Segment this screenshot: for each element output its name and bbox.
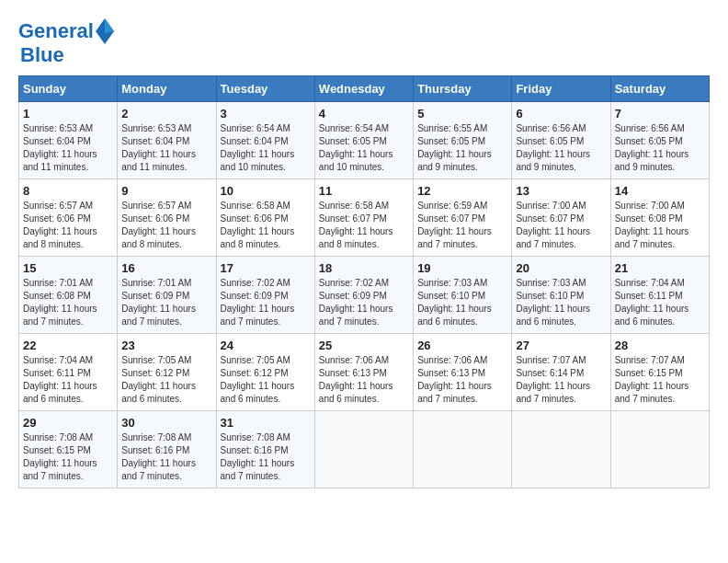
weekday-header-thursday: Thursday (414, 76, 512, 102)
day-info: Sunrise: 7:02 AM Sunset: 6:09 PM Dayligh… (319, 277, 409, 328)
day-info: Sunrise: 7:01 AM Sunset: 6:09 PM Dayligh… (121, 277, 211, 328)
weekday-header-monday: Monday (118, 76, 216, 102)
day-number: 3 (221, 107, 311, 121)
calendar-cell: 26Sunrise: 7:06 AM Sunset: 6:13 PM Dayli… (414, 334, 512, 411)
calendar-cell: 18Sunrise: 7:02 AM Sunset: 6:09 PM Dayli… (314, 257, 413, 334)
calendar-cell: 24Sunrise: 7:05 AM Sunset: 6:12 PM Dayli… (216, 334, 314, 411)
day-number: 14 (615, 184, 705, 198)
day-number: 25 (319, 339, 409, 352)
calendar-cell: 27Sunrise: 7:07 AM Sunset: 6:14 PM Dayli… (512, 334, 610, 411)
calendar-cell: 31Sunrise: 7:08 AM Sunset: 6:16 PM Dayli… (216, 411, 314, 488)
day-number: 31 (221, 416, 311, 430)
day-number: 7 (615, 107, 705, 121)
day-number: 5 (417, 107, 507, 121)
day-info: Sunrise: 7:00 AM Sunset: 6:08 PM Dayligh… (615, 200, 705, 251)
day-info: Sunrise: 7:02 AM Sunset: 6:09 PM Dayligh… (221, 277, 311, 328)
day-info: Sunrise: 7:08 AM Sunset: 6:15 PM Dayligh… (23, 431, 113, 483)
calendar-cell: 9Sunrise: 6:57 AM Sunset: 6:06 PM Daylig… (118, 179, 216, 257)
day-info: Sunrise: 6:56 AM Sunset: 6:05 PM Dayligh… (615, 122, 705, 174)
day-info: Sunrise: 6:58 AM Sunset: 6:06 PM Dayligh… (221, 200, 311, 251)
weekday-header-tuesday: Tuesday (216, 76, 314, 102)
day-info: Sunrise: 6:54 AM Sunset: 6:05 PM Dayligh… (319, 122, 409, 174)
day-number: 26 (417, 339, 507, 352)
calendar-cell: 15Sunrise: 7:01 AM Sunset: 6:08 PM Dayli… (19, 257, 118, 334)
day-number: 11 (319, 184, 409, 198)
day-number: 19 (417, 261, 507, 275)
logo-text: General (18, 20, 94, 42)
day-info: Sunrise: 6:55 AM Sunset: 6:05 PM Dayligh… (417, 122, 507, 174)
calendar-cell: 8Sunrise: 6:57 AM Sunset: 6:06 PM Daylig… (19, 179, 118, 257)
calendar-cell: 4Sunrise: 6:54 AM Sunset: 6:05 PM Daylig… (314, 102, 413, 179)
day-info: Sunrise: 7:04 AM Sunset: 6:11 PM Dayligh… (23, 354, 113, 406)
day-info: Sunrise: 6:58 AM Sunset: 6:07 PM Dayligh… (319, 200, 409, 251)
calendar-cell (610, 411, 709, 488)
calendar-cell: 16Sunrise: 7:01 AM Sunset: 6:09 PM Dayli… (118, 257, 216, 334)
day-number: 20 (516, 261, 606, 275)
day-number: 18 (319, 261, 409, 275)
day-number: 10 (221, 184, 311, 198)
day-info: Sunrise: 7:00 AM Sunset: 6:07 PM Dayligh… (516, 200, 606, 251)
header: General Blue (18, 18, 710, 66)
day-number: 6 (516, 107, 606, 121)
day-number: 9 (121, 184, 211, 198)
day-info: Sunrise: 6:56 AM Sunset: 6:05 PM Dayligh… (516, 122, 606, 174)
day-info: Sunrise: 7:06 AM Sunset: 6:13 PM Dayligh… (319, 354, 409, 406)
day-info: Sunrise: 6:53 AM Sunset: 6:04 PM Dayligh… (23, 122, 113, 174)
day-number: 17 (221, 261, 311, 275)
day-number: 15 (23, 261, 113, 275)
calendar-cell (512, 411, 610, 488)
calendar-cell: 11Sunrise: 6:58 AM Sunset: 6:07 PM Dayli… (314, 179, 413, 257)
day-number: 30 (121, 416, 211, 430)
day-info: Sunrise: 6:59 AM Sunset: 6:07 PM Dayligh… (417, 200, 507, 251)
weekday-header-saturday: Saturday (610, 76, 709, 102)
calendar-cell: 5Sunrise: 6:55 AM Sunset: 6:05 PM Daylig… (414, 102, 512, 179)
calendar-cell: 20Sunrise: 7:03 AM Sunset: 6:10 PM Dayli… (512, 257, 610, 334)
day-number: 1 (23, 107, 113, 121)
day-info: Sunrise: 7:04 AM Sunset: 6:11 PM Dayligh… (615, 277, 705, 328)
calendar: SundayMondayTuesdayWednesdayThursdayFrid… (18, 75, 710, 488)
day-info: Sunrise: 7:05 AM Sunset: 6:12 PM Dayligh… (221, 354, 311, 406)
weekday-header-friday: Friday (512, 76, 610, 102)
logo: General Blue (18, 18, 116, 66)
calendar-cell: 23Sunrise: 7:05 AM Sunset: 6:12 PM Dayli… (118, 334, 216, 411)
calendar-cell: 30Sunrise: 7:08 AM Sunset: 6:16 PM Dayli… (118, 411, 216, 488)
calendar-cell: 29Sunrise: 7:08 AM Sunset: 6:15 PM Dayli… (19, 411, 118, 488)
day-number: 24 (221, 339, 311, 352)
day-number: 8 (23, 184, 113, 198)
day-info: Sunrise: 7:07 AM Sunset: 6:15 PM Dayligh… (615, 354, 705, 406)
day-number: 12 (417, 184, 507, 198)
day-info: Sunrise: 7:03 AM Sunset: 6:10 PM Dayligh… (516, 277, 606, 328)
svg-marker-1 (105, 18, 114, 33)
day-info: Sunrise: 7:01 AM Sunset: 6:08 PM Dayligh… (23, 277, 113, 328)
day-info: Sunrise: 7:07 AM Sunset: 6:14 PM Dayligh… (516, 354, 606, 406)
weekday-header-wednesday: Wednesday (314, 76, 413, 102)
weekday-header-sunday: Sunday (19, 76, 118, 102)
calendar-cell: 3Sunrise: 6:54 AM Sunset: 6:04 PM Daylig… (216, 102, 314, 179)
calendar-cell: 22Sunrise: 7:04 AM Sunset: 6:11 PM Dayli… (19, 334, 118, 411)
day-number: 23 (121, 339, 211, 352)
day-number: 28 (615, 339, 705, 352)
day-number: 4 (319, 107, 409, 121)
calendar-cell (414, 411, 512, 488)
day-number: 21 (615, 261, 705, 275)
day-info: Sunrise: 6:57 AM Sunset: 6:06 PM Dayligh… (121, 200, 211, 251)
day-info: Sunrise: 6:57 AM Sunset: 6:06 PM Dayligh… (23, 200, 113, 251)
logo-icon (96, 18, 114, 44)
day-number: 29 (23, 416, 113, 430)
day-number: 2 (121, 107, 211, 121)
day-info: Sunrise: 7:08 AM Sunset: 6:16 PM Dayligh… (221, 431, 311, 483)
calendar-cell: 25Sunrise: 7:06 AM Sunset: 6:13 PM Dayli… (314, 334, 413, 411)
calendar-cell: 10Sunrise: 6:58 AM Sunset: 6:06 PM Dayli… (216, 179, 314, 257)
logo-blue: Blue (20, 44, 116, 66)
calendar-cell: 1Sunrise: 6:53 AM Sunset: 6:04 PM Daylig… (19, 102, 118, 179)
calendar-cell (314, 411, 413, 488)
day-number: 27 (516, 339, 606, 352)
calendar-cell: 2Sunrise: 6:53 AM Sunset: 6:04 PM Daylig… (118, 102, 216, 179)
day-info: Sunrise: 7:06 AM Sunset: 6:13 PM Dayligh… (417, 354, 507, 406)
day-info: Sunrise: 7:03 AM Sunset: 6:10 PM Dayligh… (417, 277, 507, 328)
day-info: Sunrise: 6:53 AM Sunset: 6:04 PM Dayligh… (121, 122, 211, 174)
calendar-cell: 12Sunrise: 6:59 AM Sunset: 6:07 PM Dayli… (414, 179, 512, 257)
day-info: Sunrise: 6:54 AM Sunset: 6:04 PM Dayligh… (221, 122, 311, 174)
day-info: Sunrise: 7:08 AM Sunset: 6:16 PM Dayligh… (121, 431, 211, 483)
day-number: 16 (121, 261, 211, 275)
